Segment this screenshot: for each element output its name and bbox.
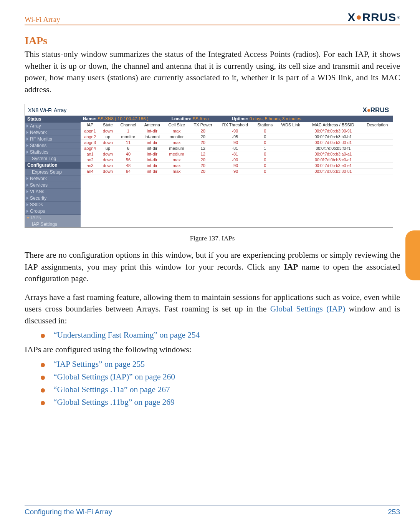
table-cell: -90 <box>217 128 254 134</box>
table-cell[interactable]: an4 <box>81 169 99 174</box>
bullet-item: “Global Settings .11a” on page 267 <box>41 385 400 394</box>
table-cell[interactable]: abgn2 <box>81 134 99 140</box>
table-cell: down <box>99 163 116 169</box>
page-footer: Configuring the Wi-Fi Array 253 <box>25 505 400 516</box>
table-cell: 0 <box>253 128 277 134</box>
table-cell[interactable]: abgn3 <box>81 140 99 146</box>
table-cell: 1 <box>116 128 140 134</box>
table-cell: 1 <box>253 146 277 151</box>
table-column-header: TX Power <box>189 122 217 128</box>
table-cell: 0 <box>253 163 277 169</box>
table-cell: 12 <box>189 146 217 151</box>
table-cell: down <box>99 128 116 134</box>
bullet-item: “IAP Settings” on page 255 <box>41 359 400 369</box>
table-cell: down <box>99 151 116 157</box>
table-cell: -90 <box>217 140 254 146</box>
table-column-header: RX Threshold <box>217 122 254 128</box>
table-column-header: Cell Size <box>164 122 189 128</box>
table-cell: 00:0f:7d:0b:b3:b0-b1 <box>304 134 362 140</box>
brand-logo: XRRUS® <box>347 11 400 24</box>
figure-brand-title: XN8 Wi-Fi Array <box>28 107 66 113</box>
table-cell: -90 <box>217 163 254 169</box>
table-row: abgn3down11int-dirmax20-90000:0f:7d:0b:b… <box>81 140 393 146</box>
table-cell: max <box>164 140 189 146</box>
table-cell: 00:0f:7d:0b:b3:a0-a1 <box>304 151 362 157</box>
table-cell <box>362 128 393 134</box>
table-cell <box>277 146 304 151</box>
table-cell: -90 <box>217 169 254 174</box>
nav-item: Security <box>25 195 81 201</box>
bullet-dot-icon <box>41 363 45 367</box>
table-cell <box>362 169 393 174</box>
table-cell: max <box>164 169 189 174</box>
table-cell: -81 <box>217 146 254 151</box>
side-thumb-tab <box>405 230 420 280</box>
table-cell: int-omni <box>140 134 164 140</box>
table-cell: int-dir <box>140 169 164 174</box>
table-cell[interactable]: an2 <box>81 157 99 163</box>
table-cell: max <box>164 128 189 134</box>
nav-item: Network <box>25 129 81 136</box>
table-cell: int-dir <box>140 128 164 134</box>
header-title: Wi-Fi Array <box>25 15 60 24</box>
table-cell: int-dir <box>140 151 164 157</box>
bullet-dot-icon <box>41 401 45 405</box>
table-cell: max <box>164 163 189 169</box>
table-cell: 00:0f:7d:0b:b3:e0-e1 <box>304 163 362 169</box>
table-row: an3down48int-dirmax20-90000:0f:7d:0b:b3:… <box>81 163 393 169</box>
table-cell[interactable]: an1 <box>81 151 99 157</box>
table-cell[interactable]: abgn1 <box>81 128 99 134</box>
figure-caption: Figure 137. IAPs <box>25 235 400 242</box>
nav-item: SSIDs <box>25 201 81 208</box>
table-column-header: WDS Link <box>277 122 304 128</box>
bullet-link[interactable]: “Global Settings .11bg” on page 269 <box>53 398 175 407</box>
bullet-link[interactable]: “Global Settings .11a” on page 267 <box>53 385 170 394</box>
table-cell: 20 <box>189 163 217 169</box>
bullet-link[interactable]: “Global Settings (IAP)” on page 260 <box>53 372 175 382</box>
table-cell: int-dir <box>140 140 164 146</box>
bullet-item: “Global Settings .11bg” on page 269 <box>41 398 400 407</box>
nav-header-config: Configuration <box>25 162 81 169</box>
table-cell[interactable]: an3 <box>81 163 99 169</box>
table-cell: 00:0f:7d:0b:b3:c0-c1 <box>304 157 362 163</box>
table-column-header: Stations <box>253 122 277 128</box>
table-row: an4down64int-dirmax20-90000:0f:7d:0b:b3:… <box>81 169 393 174</box>
table-cell: -90 <box>217 157 254 163</box>
table-cell <box>362 157 393 163</box>
table-cell: 20 <box>189 157 217 163</box>
nav-item-iap-settings: IAP Settings <box>25 221 81 227</box>
table-cell: 40 <box>116 151 140 157</box>
table-cell <box>277 140 304 146</box>
table-cell: int-dir <box>140 146 164 151</box>
table-cell: 48 <box>116 163 140 169</box>
nav-item: System Log <box>25 155 81 162</box>
bullet-item: “Global Settings (IAP)” on page 260 <box>41 372 400 382</box>
table-cell: 0 <box>253 169 277 174</box>
table-cell[interactable]: abgn4 <box>81 146 99 151</box>
nav-item: RF Monitor <box>25 136 81 142</box>
table-cell: medium <box>164 151 189 157</box>
nav-item: Array <box>25 123 81 129</box>
paragraph-4: IAPs are configured using the following … <box>25 344 400 356</box>
table-cell: 20 <box>189 134 217 140</box>
bullet-list-1: “Understanding Fast Roaming” on page 254 <box>41 330 400 340</box>
table-row: abgn1down1int-dirmax20-90000:0f:7d:0b:b3… <box>81 128 393 134</box>
table-cell: down <box>99 157 116 163</box>
table-cell <box>362 151 393 157</box>
table-cell: int-dir <box>140 163 164 169</box>
bullet-dot-icon <box>41 388 45 393</box>
bullet-link[interactable]: “IAP Settings” on page 255 <box>53 359 145 369</box>
table-cell: monitor <box>164 134 189 140</box>
bullet-dot-icon <box>41 376 45 380</box>
figure-nav-sidebar: Status Array Network RF Monitor Stations… <box>25 116 81 227</box>
page-header: Wi-Fi Array XRRUS® <box>25 11 400 25</box>
table-cell: down <box>99 169 116 174</box>
bullet-link[interactable]: “Understanding Fast Roaming” on page 254 <box>53 330 200 340</box>
table-column-header: Channel <box>116 122 140 128</box>
link-global-settings-iap[interactable]: Global Settings (IAP) <box>270 304 346 313</box>
paragraph-3: Arrays have a fast roaming feature, allo… <box>25 292 400 327</box>
table-cell: up <box>99 134 116 140</box>
table-cell: monitor <box>116 134 140 140</box>
table-column-header: IAP <box>81 122 99 128</box>
bullet-dot-icon <box>41 334 45 338</box>
